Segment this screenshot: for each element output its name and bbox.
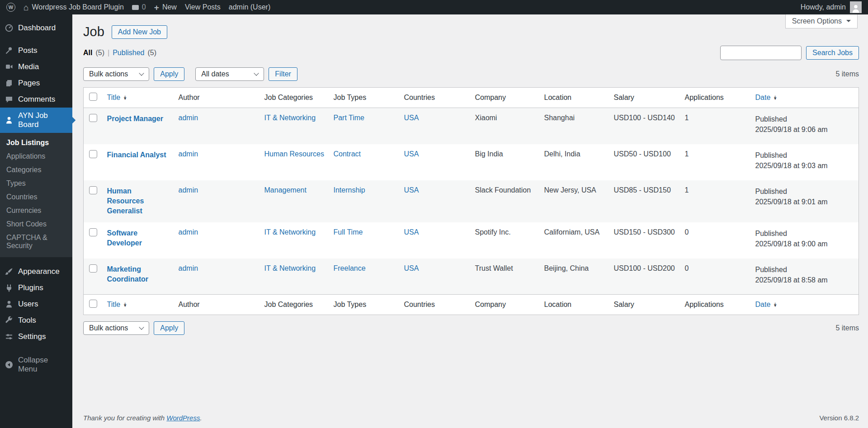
row-checkbox[interactable] (89, 228, 97, 236)
sidebar-item-users[interactable]: Users (0, 296, 72, 312)
sort-date-footer[interactable]: Date▲▼ (755, 301, 778, 309)
job-type-link[interactable]: Contract (334, 150, 361, 158)
author-link[interactable]: admin (179, 186, 198, 194)
job-title-link[interactable]: Financial Analyst (107, 150, 166, 160)
job-category-link[interactable]: Human Resources (264, 150, 325, 158)
apply-button[interactable]: Apply (154, 67, 184, 81)
company-value: Xiaomi (475, 114, 497, 122)
screen-options-label: Screen Options (792, 17, 842, 25)
sort-title-header[interactable]: Title▲▼ (107, 94, 127, 102)
author-link[interactable]: admin (179, 150, 198, 158)
sidebar-item-settings[interactable]: Settings (0, 329, 72, 345)
submenu-short-codes[interactable]: Short Codes (0, 217, 72, 231)
country-link[interactable]: USA (404, 264, 419, 272)
applications-value: 1 (685, 150, 689, 158)
site-name-link[interactable]: ⌂ Wordpress Job Board Plugin (24, 3, 124, 12)
comments-admin-bar-link[interactable]: 0 (132, 3, 146, 11)
main-content: Screen Options Job Add New Job All (5) |… (72, 14, 868, 428)
publish-status: Published (755, 186, 854, 197)
location-value: New Jersy, USA (544, 186, 596, 194)
sort-title-footer[interactable]: Title▲▼ (107, 301, 127, 309)
screen-options-button[interactable]: Screen Options (785, 14, 858, 28)
add-new-job-button[interactable]: Add New Job (112, 25, 167, 39)
country-link[interactable]: USA (404, 114, 419, 122)
search-jobs-input[interactable] (720, 46, 802, 60)
bulk-actions-select-bottom[interactable]: Bulk actions (83, 321, 149, 335)
new-content-link[interactable]: + New (154, 3, 177, 12)
location-value: Californiam, USA (544, 228, 600, 236)
sidebar-label: Users (18, 300, 38, 309)
media-icon (5, 62, 14, 71)
applications-header: Applications (680, 88, 751, 108)
row-checkbox[interactable] (89, 264, 97, 273)
submenu-types[interactable]: Types (0, 177, 72, 190)
author-link[interactable]: admin (179, 264, 198, 272)
job-category-link[interactable]: IT & Networking (264, 114, 316, 122)
sidebar-item-pages[interactable]: Pages (0, 75, 72, 91)
view-posts-link[interactable]: View Posts (185, 3, 221, 11)
row-checkbox[interactable] (89, 150, 97, 158)
sidebar-item-plugins[interactable]: Plugins (0, 280, 72, 296)
sidebar-item-appearance[interactable]: Appearance (0, 263, 72, 280)
wordpress-footer-link[interactable]: WordPress (166, 414, 200, 422)
admin-user-link[interactable]: admin (User) (229, 3, 270, 11)
howdy-account-link[interactable]: Howdy, admin (801, 3, 846, 11)
country-link[interactable]: USA (404, 228, 419, 236)
country-link[interactable]: USA (404, 186, 419, 194)
avatar[interactable] (850, 1, 862, 13)
job-type-link[interactable]: Full Time (334, 228, 363, 236)
items-count-top: 5 items (835, 70, 859, 78)
home-icon: ⌂ (24, 3, 28, 12)
sidebar-item-dashboard[interactable]: Dashboard (0, 20, 72, 36)
select-all-checkbox[interactable] (89, 93, 97, 101)
publish-status: Published (755, 150, 854, 160)
row-checkbox[interactable] (89, 186, 97, 194)
search-jobs-button[interactable]: Search Jobs (806, 46, 859, 60)
submenu-captcha-security[interactable]: CAPTCHA & Security (0, 231, 72, 253)
salary-value: USD50 - USD100 (614, 150, 671, 158)
submenu-categories[interactable]: Categories (0, 163, 72, 177)
bulk-actions-select[interactable]: Bulk actions (83, 67, 149, 81)
row-checkbox[interactable] (89, 114, 97, 122)
sidebar-item-ayn-job-board[interactable]: AYN Job Board (0, 108, 72, 133)
sidebar-item-tools[interactable]: Tools (0, 312, 72, 329)
job-type-link[interactable]: Part Time (334, 114, 364, 122)
filter-button[interactable]: Filter (269, 67, 297, 81)
select-all-checkbox-bottom[interactable] (89, 300, 97, 308)
countries-header: Countries (400, 88, 471, 108)
collapse-menu-button[interactable]: Collapse Menu (0, 352, 72, 377)
job-type-link[interactable]: Internship (334, 186, 365, 194)
job-category-link[interactable]: IT & Networking (264, 264, 316, 272)
job-title-link[interactable]: Marketing Coordinator (107, 264, 170, 285)
submenu-currencies[interactable]: Currencies (0, 204, 72, 217)
comment-count: 0 (142, 3, 146, 11)
new-label: New (162, 3, 177, 11)
sort-date-header[interactable]: Date▲▼ (755, 94, 778, 102)
submenu-countries[interactable]: Countries (0, 190, 72, 204)
job-type-link[interactable]: Freelance (334, 264, 366, 272)
job-category-link[interactable]: IT & Networking (264, 228, 316, 236)
apply-button-bottom[interactable]: Apply (154, 321, 184, 335)
person-badge-icon (5, 116, 14, 125)
submenu-applications[interactable]: Applications (0, 150, 72, 163)
job-category-link[interactable]: Management (264, 186, 307, 194)
view-published-link[interactable]: Published (113, 49, 144, 57)
location-header: Location (540, 88, 609, 108)
company-value: Trust Wallet (475, 264, 513, 272)
view-all-link[interactable]: All (83, 49, 92, 57)
sidebar-label: Posts (18, 46, 38, 55)
job-types-footer: Job Types (329, 295, 400, 315)
job-title-link[interactable]: Project Manager (107, 114, 163, 124)
wordpress-menu[interactable]: W (6, 3, 15, 12)
author-link[interactable]: admin (179, 228, 198, 236)
submenu-job-listings[interactable]: Job Listings (0, 136, 72, 150)
author-link[interactable]: admin (179, 114, 198, 122)
job-title-link[interactable]: Human Resources Generalist (107, 186, 170, 216)
plug-icon (5, 283, 14, 292)
all-dates-select[interactable]: All dates (195, 67, 264, 81)
sidebar-item-media[interactable]: Media (0, 59, 72, 75)
sidebar-item-comments[interactable]: Comments (0, 91, 72, 108)
job-title-link[interactable]: Software Developer (107, 228, 170, 249)
sidebar-item-posts[interactable]: Posts (0, 42, 72, 59)
country-link[interactable]: USA (404, 150, 419, 158)
